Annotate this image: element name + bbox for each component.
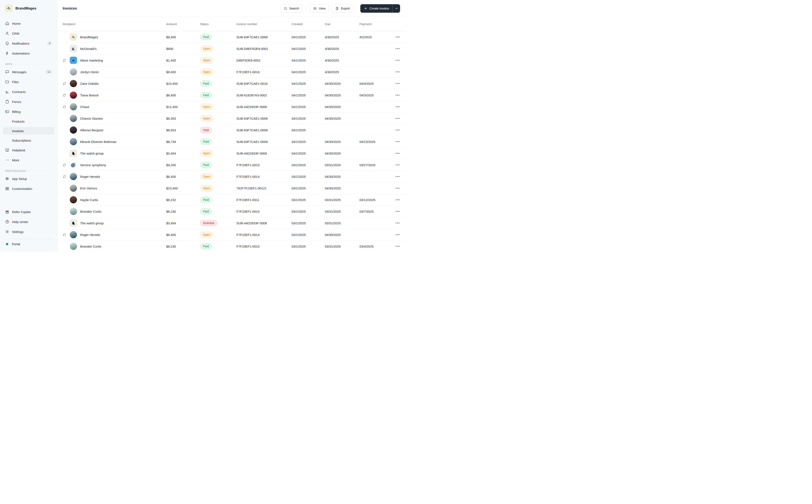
sidebar-item-app-setup[interactable]: App Setup <box>3 175 54 183</box>
sidebar-item-helpdesk[interactable]: Helpdesk <box>3 146 54 154</box>
avatar <box>70 173 77 180</box>
row-menu-button[interactable] <box>395 117 400 120</box>
table-row[interactable]: g.McDonald’s$900OpenSUB-D8EF5DE9-000104/… <box>58 43 406 55</box>
invoice-number: SUB-44D2833F-0008 <box>236 105 292 109</box>
sidebar-subitem-subscriptions[interactable]: Subscriptions <box>3 137 54 144</box>
table-row[interactable]: Roger Herwitz$6,400OpenF7F23EF1-001403/1… <box>58 171 406 182</box>
create-invoice-button[interactable]: Create invoice <box>360 4 392 13</box>
recurring-icon <box>63 233 70 237</box>
row-menu-button[interactable] <box>395 210 400 213</box>
table-row[interactable]: Haylie Curtis$8,232PaidF7F23EF1-001103/1… <box>58 194 406 206</box>
row-menu-button[interactable] <box>395 186 400 190</box>
table-row[interactable]: Service symphony$9,200PaidF7F23EF1-00150… <box>58 159 406 171</box>
avatar: ♞ <box>70 150 77 157</box>
row-menu-button[interactable] <box>395 47 400 51</box>
search-button[interactable]: Search <box>280 4 303 13</box>
row-menu-button[interactable] <box>395 163 400 167</box>
payment-date: 03/12/2025 <box>359 198 395 202</box>
table-row[interactable]: Chase$12,400OpenSUB-44D2833F-000804/1/20… <box>58 101 406 113</box>
sidebar-item-contracts[interactable]: Contracts <box>3 88 54 96</box>
status-cell: Paid <box>200 197 236 203</box>
sidebar-item-help-center[interactable]: Help center <box>3 218 54 226</box>
sidebar-item-messages[interactable]: Messages12 <box>3 68 54 76</box>
avatar: ● <box>70 57 77 64</box>
amount-value: $6,400 <box>166 233 200 237</box>
sidebar-item-automations[interactable]: Automations <box>3 49 54 57</box>
table-row[interactable]: Erin Vetrovs$23,400Open792F7F23EF1-00121… <box>58 182 406 194</box>
row-menu-button[interactable] <box>395 70 400 74</box>
user-icon <box>5 31 9 36</box>
status-badge: Paid <box>200 34 212 40</box>
table-row[interactable]: Brandon Curtis$8,230PaidF7F23EF1-001003/… <box>58 241 406 252</box>
row-menu-button[interactable] <box>395 105 400 109</box>
recipient-cell: Haylie Curtis <box>58 196 166 203</box>
table-row[interactable]: Alfonso Bergson$6,553VoidSUB-83F7CAE1-00… <box>58 124 406 136</box>
row-menu-button[interactable] <box>395 233 400 237</box>
table-row[interactable]: Jordyn Donin$8,400OpenF7F23EF1-001604/1/… <box>58 66 406 78</box>
table-row[interactable]: ♞The walsh group$3,454OverdueSUB-44D2833… <box>58 217 406 229</box>
table-header-row: RecipientAmountStatusInvoice numberCreat… <box>58 17 406 31</box>
sidebar-item-crm[interactable]: CRM <box>3 29 54 37</box>
recipient-name: Tiana Botosh <box>80 93 99 97</box>
sidebar-item-home[interactable]: Home <box>3 19 54 27</box>
app-root: -b. BrandMages HomeCRMNotifications3Auto… <box>0 0 406 252</box>
grid-icon <box>5 186 9 191</box>
sidebar-item-refer-copilot[interactable]: Refer Copilot <box>3 208 54 216</box>
table-row[interactable]: -b.BrandMages$9,400PaidSUB-83F7CAE1-0008… <box>58 31 406 43</box>
table-row[interactable]: Miracle Ekstrom Bothman$8,734PaidSUB-83F… <box>58 136 406 148</box>
row-menu-button[interactable] <box>395 128 400 132</box>
export-button[interactable]: Export <box>332 4 353 13</box>
row-menu-button[interactable] <box>395 221 400 225</box>
payment-date: 03/7/2025 <box>359 210 395 213</box>
table-row[interactable]: Tiana Botosh$8,400PaidSUB-8182B7A3-00020… <box>58 89 406 101</box>
row-menu-button[interactable] <box>395 245 400 248</box>
sidebar-item-notifications[interactable]: Notifications3 <box>3 39 54 47</box>
sidebar-item-label: Notifications <box>12 42 29 45</box>
sidebar-item-forms[interactable]: Forms <box>3 98 54 106</box>
due-date: 4/30/2025 <box>325 59 359 62</box>
table-row[interactable]: Roger Herwitz$6,400OpenF7F23EF1-001403/1… <box>58 229 406 241</box>
row-menu-button[interactable] <box>395 93 400 97</box>
row-menu-button[interactable] <box>395 59 400 62</box>
avatar <box>70 103 77 110</box>
table-row[interactable]: ♞The walsh group$3,454OpenSUB-44D2833F-0… <box>58 148 406 159</box>
table-row[interactable]: ●Wave marketing$1,400OpenD8EF5DE9-000104… <box>58 55 406 66</box>
amount-value: $9,353 <box>166 117 200 120</box>
sidebar-item-settings[interactable]: Settings <box>3 228 54 236</box>
create-invoice-dropdown-button[interactable] <box>392 4 400 13</box>
view-button[interactable]: View <box>310 4 329 13</box>
recipient-name: Roger Herwitz <box>80 175 100 178</box>
avatar <box>70 185 77 192</box>
table-row[interactable]: Zaire Dokidis$10,400PaidSUB-83F7CAE1-001… <box>58 78 406 89</box>
sidebar-item-billing[interactable]: Billing <box>3 108 54 116</box>
row-menu-button[interactable] <box>395 82 400 85</box>
amount-value: $6,400 <box>166 175 200 178</box>
row-menu-button[interactable] <box>395 140 400 144</box>
sidebar-item-portal[interactable]: Portal <box>3 239 54 249</box>
amount-value: $6,553 <box>166 128 200 132</box>
row-menu-button[interactable] <box>395 175 400 178</box>
sidebar-item-customization[interactable]: Customization <box>3 185 54 193</box>
page-header: Invoices Search View Export <box>58 0 406 17</box>
avatar <box>70 68 77 75</box>
due-date: 4/30/2025 <box>325 35 359 39</box>
amount-value: $10,400 <box>166 82 200 85</box>
sidebar-subitem-invoices[interactable]: Invoices <box>3 127 54 135</box>
status-cell: Open <box>200 104 236 110</box>
sidebar-item-more[interactable]: More <box>3 156 54 164</box>
sidebar-item-files[interactable]: Files <box>3 78 54 86</box>
status-badge: Paid <box>200 138 212 145</box>
sidebar-subitem-products[interactable]: Products <box>3 118 54 125</box>
row-menu-button[interactable] <box>395 152 400 155</box>
status-cell: Open <box>200 150 236 156</box>
amount-value: $3,454 <box>166 221 200 225</box>
sidebar-item-label: More <box>12 158 19 162</box>
status-cell: Paid <box>200 208 236 215</box>
table-row[interactable]: Brandon Curtis$8,230PaidF7F23EF1-001003/… <box>58 206 406 217</box>
recipient-name: McDonald’s <box>80 47 97 51</box>
due-date: 03/31/2025 <box>325 210 359 213</box>
table-row[interactable]: Chance Stanton$9,353OpenSUB-83F7CAE1-000… <box>58 113 406 124</box>
row-menu-button[interactable] <box>395 198 400 202</box>
row-menu-button[interactable] <box>395 35 400 39</box>
created-date: 04/1/2025 <box>292 117 325 120</box>
